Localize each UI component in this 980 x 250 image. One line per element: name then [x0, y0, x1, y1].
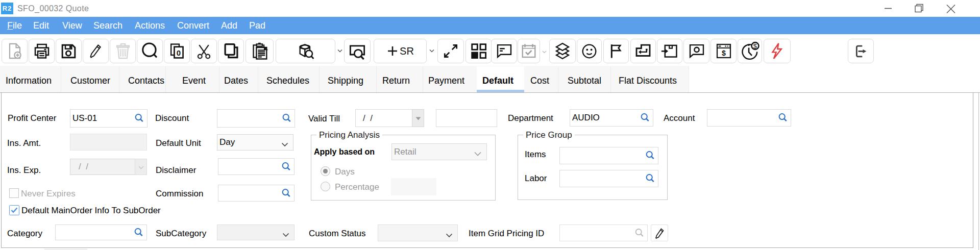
svg-text:0: 0: [176, 48, 180, 57]
svg-text:$: $: [753, 42, 757, 50]
svg-text:$: $: [722, 49, 726, 57]
